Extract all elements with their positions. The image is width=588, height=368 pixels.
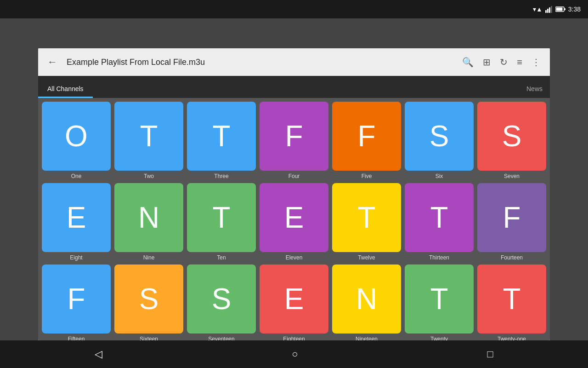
- channel-card[interactable]: TTwo: [114, 102, 183, 179]
- channel-grid-container[interactable]: OOneTTwoTThreeFFourFFiveSSixSSevenEEight…: [38, 98, 550, 340]
- status-icons: ▾▲ 3:38: [533, 6, 581, 13]
- channel-label: Seven: [504, 173, 520, 179]
- channel-card[interactable]: NNineteen: [332, 264, 401, 340]
- channel-label: Three: [214, 173, 228, 179]
- channel-tile: S: [187, 264, 256, 334]
- signal-icon: [545, 6, 553, 13]
- svg-rect-0: [545, 10, 547, 13]
- channel-tile: F: [260, 102, 328, 171]
- channel-tile: S: [477, 102, 546, 171]
- channel-label: Ten: [217, 254, 226, 261]
- channel-card[interactable]: FFourteen: [477, 183, 546, 261]
- nav-home-button[interactable]: ○: [278, 344, 311, 365]
- nav-back-button[interactable]: ◁: [81, 344, 116, 365]
- channel-tile: F: [477, 183, 546, 252]
- tab-bar: All Channels News: [38, 76, 550, 98]
- channel-tile: E: [260, 183, 328, 252]
- toolbar-actions: 🔍 ⊞ ↻ ≡ ⋮: [458, 53, 544, 71]
- channel-tile: S: [405, 102, 474, 171]
- channel-card[interactable]: TTwenty: [405, 264, 474, 340]
- toolbar-title: Example Playlist From Local File.m3u: [67, 58, 455, 67]
- channel-tile: N: [114, 183, 183, 252]
- channel-tile: F: [332, 102, 401, 171]
- toolbar: ← Example Playlist From Local File.m3u 🔍…: [38, 48, 550, 76]
- app-window: ← Example Playlist From Local File.m3u 🔍…: [38, 48, 550, 340]
- channel-card[interactable]: NNine: [114, 183, 183, 261]
- channel-tile: T: [187, 102, 256, 171]
- tab-news[interactable]: News: [519, 80, 550, 98]
- channel-tile: T: [405, 264, 474, 334]
- status-time: 3:38: [568, 6, 581, 13]
- channel-label: Eight: [70, 254, 82, 261]
- channel-card[interactable]: FFifteen: [42, 264, 111, 340]
- status-bar: ▾▲ 3:38: [0, 0, 588, 18]
- svg-rect-2: [549, 7, 550, 13]
- channel-card[interactable]: EEight: [42, 183, 111, 261]
- channel-tile: T: [477, 264, 546, 334]
- refresh-button[interactable]: ↻: [496, 53, 511, 71]
- channel-card[interactable]: TTen: [187, 183, 256, 261]
- channel-tile: F: [42, 264, 111, 334]
- channel-tile: O: [42, 102, 111, 171]
- back-button[interactable]: ←: [44, 52, 61, 72]
- search-button[interactable]: 🔍: [458, 53, 477, 71]
- channel-card[interactable]: OOne: [42, 102, 111, 179]
- channel-label: Twelve: [358, 254, 375, 261]
- wifi-icon: ▾▲: [533, 6, 543, 13]
- tab-all-channels[interactable]: All Channels: [38, 80, 93, 98]
- channel-label: Six: [435, 173, 443, 179]
- channel-label: Four: [288, 173, 300, 179]
- channel-label: Twenty: [430, 336, 448, 340]
- svg-rect-3: [551, 6, 552, 13]
- bottom-nav: ◁ ○ □: [0, 340, 588, 368]
- svg-rect-1: [547, 9, 548, 13]
- channel-label: Two: [144, 173, 154, 179]
- filter-button[interactable]: ≡: [513, 53, 526, 71]
- channel-card[interactable]: TTwelve: [332, 183, 401, 261]
- channel-tile: T: [114, 102, 183, 171]
- channel-label: Fifteen: [68, 336, 85, 340]
- channel-card[interactable]: SSeventeen: [187, 264, 256, 340]
- channel-label: Five: [362, 173, 372, 179]
- channel-tile: S: [114, 264, 183, 334]
- channel-tile: E: [260, 264, 328, 334]
- channel-tile: N: [332, 264, 401, 334]
- channel-card[interactable]: FFour: [260, 102, 328, 179]
- channel-card[interactable]: SSixteen: [114, 264, 183, 340]
- channel-label: Thirteen: [429, 254, 449, 261]
- channel-card[interactable]: TThree: [187, 102, 256, 179]
- channel-tile: T: [187, 183, 256, 252]
- svg-rect-6: [556, 8, 562, 11]
- channel-label: Nineteen: [356, 336, 378, 340]
- channel-card[interactable]: EEleven: [260, 183, 328, 261]
- channel-card[interactable]: SSix: [405, 102, 474, 179]
- channel-tile: T: [332, 183, 401, 252]
- channel-label: Fourteen: [501, 254, 523, 261]
- channel-grid: OOneTTwoTThreeFFourFFiveSSixSSevenEEight…: [42, 102, 546, 340]
- channel-tile: T: [405, 183, 474, 252]
- channel-label: One: [71, 173, 82, 179]
- channel-card[interactable]: FFive: [332, 102, 401, 179]
- channel-label: Nine: [143, 254, 155, 261]
- channel-label: Seventeen: [208, 336, 234, 340]
- channel-label: Eleven: [286, 254, 303, 261]
- more-button[interactable]: ⋮: [528, 53, 544, 71]
- channel-card[interactable]: SSeven: [477, 102, 546, 179]
- channel-label: Twenty-one: [498, 336, 526, 340]
- nav-recent-button[interactable]: □: [474, 344, 507, 365]
- channel-card[interactable]: TTwenty-one: [477, 264, 546, 340]
- channel-card[interactable]: EEighteen: [260, 264, 328, 340]
- channel-label: Eighteen: [283, 336, 305, 340]
- channel-label: Sixteen: [140, 336, 158, 340]
- channel-tile: E: [42, 183, 111, 252]
- channel-card[interactable]: TThirteen: [405, 183, 474, 261]
- svg-rect-5: [564, 8, 565, 10]
- grid-view-button[interactable]: ⊞: [479, 53, 494, 71]
- battery-icon: [555, 6, 565, 12]
